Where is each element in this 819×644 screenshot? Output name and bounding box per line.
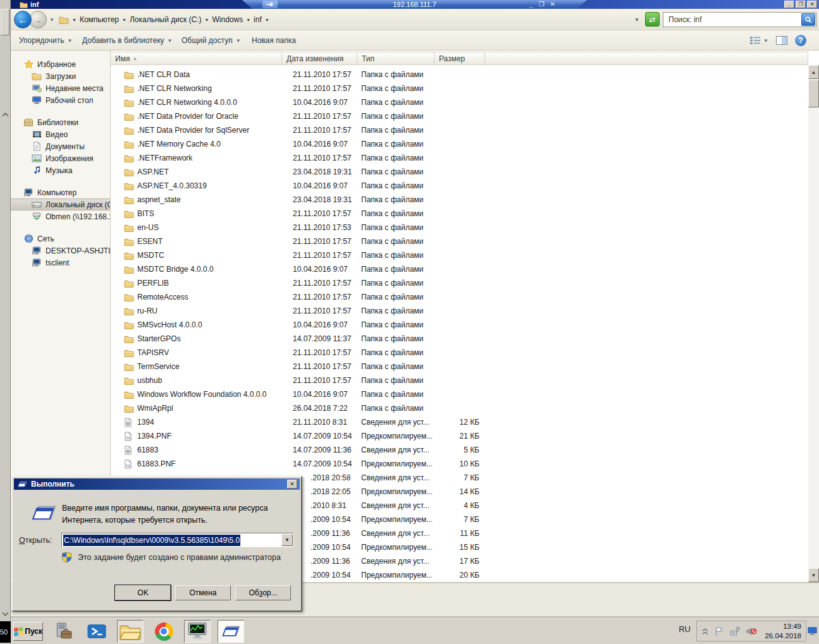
chevron-icon[interactable]: ▼	[122, 18, 126, 22]
file-row[interactable]: 6188314.07.2009 11:36Сведения для уст...…	[111, 443, 808, 457]
file-row[interactable]: .NET Data Provider for SqlServer21.11.20…	[111, 123, 808, 137]
file-row[interactable]: 1394.PNF14.07.2009 10:54Предкомпилируем.…	[111, 429, 808, 443]
refresh-button[interactable]: ⇄	[645, 12, 660, 27]
taskbar-resource-monitor-button[interactable]	[184, 620, 211, 643]
breadcrumb-item-computer[interactable]: Компьютер	[80, 15, 119, 24]
file-row[interactable]: .NET CLR Networking21.11.2010 17:57Папка…	[111, 82, 808, 95]
file-row[interactable]: ASP.NET23.04.2018 19:31Папка с файлами	[111, 165, 808, 179]
scroll-down-icon[interactable]	[1, 611, 9, 618]
file-row[interactable]: .NET Memory Cache 4.010.04.2016 9:07Папк…	[111, 137, 808, 151]
column-header-type[interactable]: Тип	[357, 52, 434, 64]
close-icon[interactable]: ✕	[287, 480, 297, 489]
language-indicator[interactable]: RU	[679, 624, 691, 634]
scroll-down-icon[interactable]: ▼	[808, 568, 819, 582]
file-row[interactable]: .NET CLR Networking 4.0.0.010.04.2016 9:…	[111, 95, 808, 109]
show-desktop-button[interactable]	[806, 621, 818, 641]
open-combobox[interactable]: C:\Windows\Inf\sqldbserv\0009\v3.5.56385…	[61, 533, 293, 547]
volume-muted-icon[interactable]	[746, 626, 757, 636]
file-row[interactable]: .NET CLR Data21.11.2010 17:57Папка с фай…	[111, 68, 808, 82]
clock[interactable]: 13:49 26.04.2018	[765, 622, 801, 641]
search-input[interactable]	[667, 14, 794, 25]
chevron-icon[interactable]: ▼	[246, 18, 250, 22]
file-row[interactable]: Windows Workflow Foundation 4.0.0.010.04…	[111, 387, 808, 401]
file-row[interactable]: en-US21.11.2010 17:53Папка с файлами	[111, 221, 808, 234]
breadcrumb-item-disk-c[interactable]: Локальный диск (C:)	[130, 15, 202, 24]
file-row[interactable]: ru-RU21.11.2010 17:57Папка с файлами	[111, 304, 808, 318]
file-row[interactable]: TermService21.11.2010 17:57Папка с файла…	[111, 360, 808, 374]
share-menu[interactable]: Общий доступ▼	[182, 30, 241, 51]
history-dropdown-icon[interactable]: ▼	[49, 17, 54, 23]
hidden-icons-chevron-icon[interactable]	[702, 628, 708, 635]
breadcrumb-item-inf[interactable]: inf	[254, 15, 262, 24]
window-minimize-button[interactable]: _	[784, 1, 794, 8]
file-row[interactable]: aspnet_state23.04.2018 19:31Папка с файл…	[111, 193, 808, 207]
chevron-icon[interactable]: ▼	[72, 18, 77, 22]
new-folder-button[interactable]: Новая папка	[252, 30, 296, 51]
sidebar-item[interactable]: Музыка	[11, 164, 110, 176]
sidebar-item[interactable]: Загрузки	[11, 70, 110, 82]
sidebar-item[interactable]: Obmen (\\192.168.118	[11, 210, 110, 222]
file-row[interactable]: MSDTC Bridge 4.0.0.010.04.2016 9:07Папка…	[111, 262, 808, 276]
file-row[interactable]: ESENT21.11.2010 17:57Папка с файлами	[111, 234, 808, 248]
scrollbar-thumb[interactable]	[808, 80, 819, 107]
taskbar-server-manager-button[interactable]	[50, 620, 77, 643]
file-row[interactable]: ASP.NET_4.0.3031910.04.2016 9:07Папка с …	[111, 179, 808, 193]
sidebar-item[interactable]: Документы	[11, 140, 110, 152]
sidebar-item[interactable]: Видео	[11, 128, 110, 140]
file-row[interactable]: TAPISRV21.11.2010 17:57Папка с файлами	[111, 346, 808, 360]
file-row[interactable]: MSDTC21.11.2010 17:57Папка с файлами	[111, 248, 808, 262]
sidebar-group-3[interactable]: Сеть	[11, 233, 110, 245]
taskbar-run-button[interactable]	[218, 620, 244, 643]
column-header-size[interactable]: Размер	[434, 52, 485, 64]
file-row[interactable]: StarterGPOs14.07.2009 11:37Папка с файла…	[111, 332, 808, 346]
forward-button[interactable]: →	[29, 11, 47, 28]
column-header-date[interactable]: Дата изменения	[282, 52, 357, 64]
browse-button[interactable]: Обзор...	[235, 585, 291, 600]
sidebar-item[interactable]: Локальный диск (C:)	[11, 198, 110, 210]
file-row[interactable]: 61883.PNF14.07.2009 10:54Предкомпилируем…	[111, 457, 808, 471]
host-scrollbar-fragment[interactable]	[1, 9, 9, 35]
sidebar-item[interactable]: DESKTOP-ASHJTLO	[11, 245, 110, 257]
cancel-button[interactable]: Отмена	[175, 585, 231, 600]
address-dropdown-icon[interactable]: ▼	[634, 17, 639, 23]
network-icon[interactable]	[730, 626, 740, 636]
chevron-icon[interactable]: ▼	[205, 18, 209, 22]
sidebar-item[interactable]: tsclient	[11, 257, 110, 269]
ok-button[interactable]: OK	[115, 585, 171, 600]
views-button[interactable]: ▼	[749, 36, 768, 45]
scroll-up-icon[interactable]	[1, 111, 9, 119]
scroll-up-icon[interactable]: ▲	[808, 65, 819, 79]
file-row[interactable]: 139421.11.2010 8:31Сведения для уст...12…	[111, 415, 808, 429]
help-icon[interactable]: ?	[795, 35, 806, 46]
taskbar-explorer-button[interactable]	[117, 620, 144, 643]
sidebar-group-2[interactable]: Компьютер	[11, 186, 110, 198]
sidebar-item[interactable]: Рабочий стол	[11, 94, 110, 106]
combo-dropdown-icon[interactable]: ▼	[281, 534, 293, 546]
preview-pane-button[interactable]	[776, 36, 787, 45]
open-value[interactable]: C:\Windows\Inf\sqldbserv\0009\v3.5.56385…	[63, 535, 240, 546]
breadcrumb-item-windows[interactable]: Windows	[212, 15, 243, 24]
add-to-library-menu[interactable]: Добавить в библиотеку▼	[82, 30, 172, 51]
rdp-close-button[interactable]: ✕	[550, 0, 555, 9]
action-center-flag-icon[interactable]	[714, 626, 724, 636]
start-button[interactable]: Пуск	[13, 622, 43, 641]
vertical-scrollbar[interactable]: ▲ ▼	[808, 65, 819, 582]
file-row[interactable]: BITS21.11.2010 17:57Папка с файлами	[111, 207, 808, 221]
sidebar-group-0[interactable]: Избранное	[11, 58, 110, 70]
window-restore-button[interactable]: ❐	[796, 1, 806, 8]
file-row[interactable]: usbhub21.11.2010 17:57Папка с файлами	[111, 374, 808, 387]
search-icon[interactable]	[801, 13, 815, 26]
sidebar-item[interactable]: Изображения	[11, 152, 110, 164]
sidebar-item[interactable]: Недавние места	[11, 82, 110, 94]
file-row[interactable]: .NET Data Provider for Oracle21.11.2010 …	[111, 109, 808, 123]
organize-menu[interactable]: Упорядочить▼	[19, 30, 72, 51]
taskbar-powershell-button[interactable]	[83, 620, 110, 643]
window-close-button[interactable]: ✕	[807, 1, 817, 8]
sidebar-group-1[interactable]: Библиотеки	[11, 116, 110, 128]
chevron-icon[interactable]: ▼	[265, 18, 269, 22]
column-header-name[interactable]: Имя▲	[111, 52, 282, 64]
rdp-minimize-button[interactable]: _	[529, 0, 533, 9]
file-row[interactable]: RemoteAccess21.11.2010 17:57Папка с файл…	[111, 290, 808, 304]
file-row[interactable]: .NETFramework21.11.2010 17:57Папка с фай…	[111, 151, 808, 165]
file-row[interactable]: PERFLIB21.11.2010 17:57Папка с файлами	[111, 276, 808, 290]
